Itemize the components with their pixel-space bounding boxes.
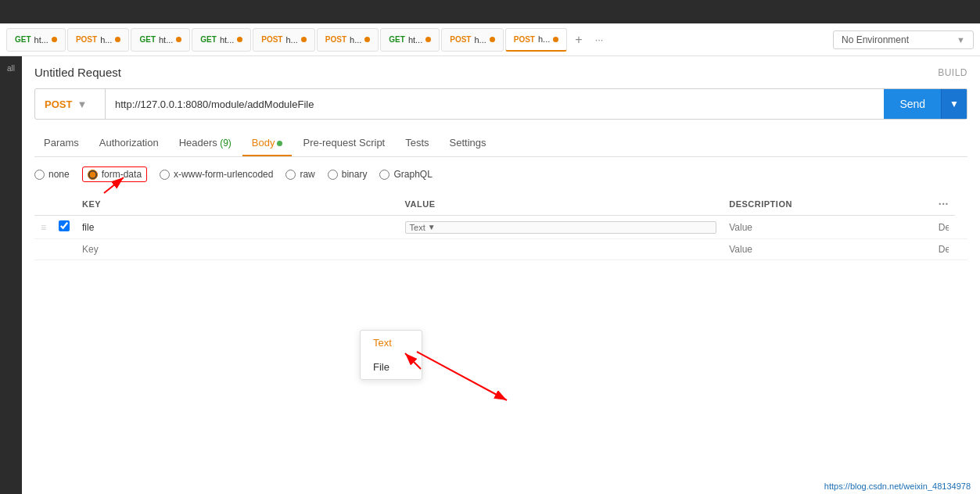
dropdown-item-text[interactable]: Text xyxy=(361,331,422,355)
send-dropdown-button[interactable]: ▼ xyxy=(941,89,967,119)
tabs-row: GETht...POSTh...GETht...GETht...POSTh...… xyxy=(0,23,980,56)
row-checkbox[interactable] xyxy=(59,220,70,231)
col-check-header xyxy=(52,193,76,216)
footer: https://blog.csdn.net/weixin_48134978 xyxy=(815,478,980,494)
env-dropdown[interactable]: No Environment ▼ xyxy=(833,30,974,49)
col-handle-header xyxy=(34,193,52,216)
dropdown-item-file[interactable]: File xyxy=(361,355,422,379)
body-type-raw[interactable]: raw xyxy=(285,169,314,180)
request-panel: Untitled Request BUILD POST ▼ Send ▼ Par… xyxy=(22,56,980,494)
handle-icon: ≡ xyxy=(41,222,46,233)
build-link[interactable]: BUILD xyxy=(938,67,967,78)
main-area: all Untitled Request BUILD POST ▼ Send ▼… xyxy=(0,56,980,494)
url-bar: POST ▼ Send ▼ xyxy=(34,88,967,120)
type-dropdown-menu: TextFile xyxy=(360,330,422,380)
new-table-row xyxy=(34,239,967,260)
tab-item-1[interactable]: POSTh... xyxy=(67,28,130,52)
row-value-input[interactable] xyxy=(729,222,926,233)
new-key-input[interactable] xyxy=(82,244,393,255)
tab-item-6[interactable]: GETht... xyxy=(380,28,440,52)
row-more-cell xyxy=(955,216,967,239)
col-desc-header: DESCRIPTION xyxy=(723,193,932,216)
footer-url: https://blog.csdn.net/weixin_48134978 xyxy=(824,481,971,491)
tab-item-8[interactable]: POSTh... xyxy=(505,28,568,52)
tab-item-2[interactable]: GETht... xyxy=(131,28,190,52)
new-desc-input[interactable] xyxy=(939,244,949,255)
tab-add-button[interactable]: + xyxy=(569,30,588,50)
body-type-graphql[interactable]: GraphQL xyxy=(379,169,432,180)
col-value-header: VALUE xyxy=(399,193,723,216)
top-bar xyxy=(0,0,980,23)
method-chevron: ▼ xyxy=(77,98,87,110)
type-chevron: ▼ xyxy=(428,223,436,231)
kv-table: KEY VALUE DESCRIPTION ··· ≡ file Text ▼ xyxy=(34,193,967,260)
tab-item-7[interactable]: POSTh... xyxy=(441,28,504,52)
row-desc-input[interactable] xyxy=(939,222,949,233)
env-chevron: ▼ xyxy=(957,35,965,45)
table-more-icon[interactable]: ··· xyxy=(939,198,949,210)
subtab-body[interactable]: Body xyxy=(242,131,293,156)
row-key-cell: file xyxy=(76,216,399,239)
type-label: Text xyxy=(410,223,425,232)
body-type-none[interactable]: none xyxy=(34,169,70,180)
method-select[interactable]: POST ▼ xyxy=(35,89,106,119)
body-type-form-data[interactable]: form-data xyxy=(82,166,147,182)
send-button[interactable]: Send xyxy=(884,89,941,119)
tab-item-3[interactable]: GETht... xyxy=(192,28,251,52)
new-value-input[interactable] xyxy=(729,244,926,255)
request-title: Untitled Request xyxy=(34,66,121,79)
row-desc-cell[interactable] xyxy=(932,216,955,239)
body-type-binary[interactable]: binary xyxy=(328,169,368,180)
svg-line-3 xyxy=(417,352,507,400)
table-row: ≡ file Text ▼ xyxy=(34,216,967,239)
row-value-cell[interactable] xyxy=(723,216,932,239)
env-label: No Environment xyxy=(842,34,909,45)
row-type-cell: Text ▼ xyxy=(399,216,723,239)
col-more-header: ··· xyxy=(932,193,955,216)
tab-more-button[interactable]: ··· xyxy=(589,30,610,48)
send-btn-group: Send ▼ xyxy=(884,89,967,119)
annotation-svg xyxy=(22,56,980,494)
left-sidebar: all xyxy=(0,56,22,494)
tab-item-4[interactable]: POSTh... xyxy=(253,28,315,52)
subtab-params[interactable]: Params xyxy=(34,131,88,156)
row-handle: ≡ xyxy=(34,216,52,239)
url-input[interactable] xyxy=(106,92,884,116)
subtab-pre-request[interactable]: Pre-request Script xyxy=(293,131,394,156)
subtab-tests[interactable]: Tests xyxy=(396,131,438,156)
sidebar-icon-all[interactable]: all xyxy=(7,64,15,73)
subtab-settings[interactable]: Settings xyxy=(440,131,496,156)
annotation-container xyxy=(22,56,980,494)
sub-tabs: ParamsAuthorizationHeaders (9)BodyPre-re… xyxy=(34,131,967,157)
col-key-header: KEY xyxy=(76,193,399,216)
tab-item-5[interactable]: POSTh... xyxy=(317,28,379,52)
method-label: POST xyxy=(45,98,72,110)
row-checkbox-cell[interactable] xyxy=(52,216,76,239)
request-title-row: Untitled Request BUILD xyxy=(34,66,967,79)
tab-item-0[interactable]: GETht... xyxy=(6,28,66,52)
subtab-authorization[interactable]: Authorization xyxy=(90,131,168,156)
subtab-headers[interactable]: Headers (9) xyxy=(170,131,241,156)
body-type-urlencoded[interactable]: x-www-form-urlencoded xyxy=(160,169,273,180)
type-dropdown-trigger[interactable]: Text ▼ xyxy=(405,221,717,234)
body-types: noneform-datax-www-form-urlencodedrawbin… xyxy=(34,166,967,182)
row-key-text: file xyxy=(82,222,94,233)
